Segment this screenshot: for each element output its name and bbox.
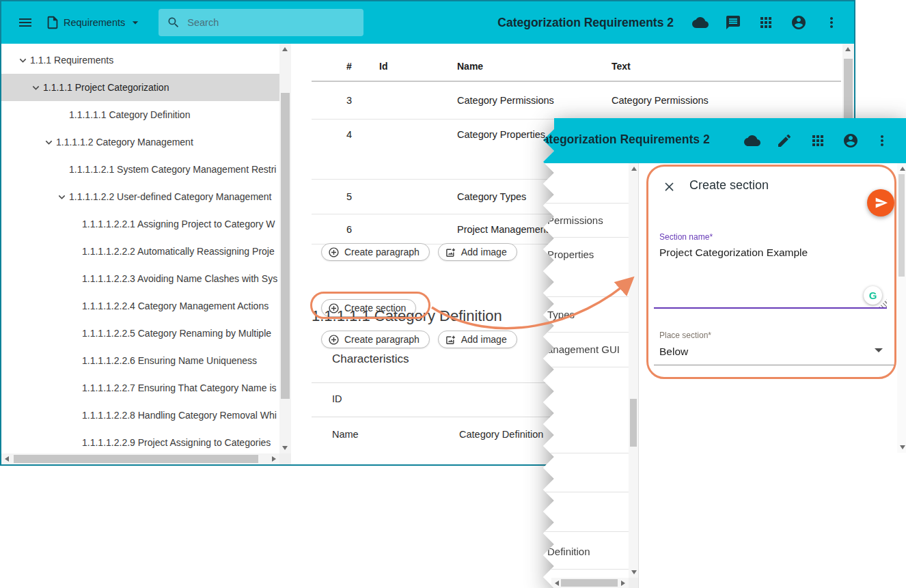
chevron-down-icon[interactable] bbox=[15, 54, 30, 67]
row-name: Category Permissions bbox=[457, 95, 554, 106]
divider bbox=[543, 531, 629, 532]
strip-vertical-scrollbar[interactable] bbox=[629, 163, 638, 578]
more-options-button[interactable] bbox=[874, 132, 890, 149]
tree-item-label: 1.1.1.1.2.2.7 Ensuring That Category Nam… bbox=[82, 382, 277, 393]
cloud-upload-button[interactable] bbox=[691, 14, 709, 31]
tree-item[interactable]: 1.1.1.1.2.2 User-defined Category Manage… bbox=[1, 183, 279, 210]
scroll-left-arrow[interactable] bbox=[555, 580, 559, 586]
tree-item-label: 1.1.1.1.2.2.9 Project Assigning to Categ… bbox=[82, 437, 271, 448]
cloud-upload-button[interactable] bbox=[744, 132, 760, 149]
scroll-down-arrow[interactable] bbox=[900, 445, 905, 449]
add-image-button[interactable]: Add image bbox=[438, 331, 517, 348]
menu-icon bbox=[17, 14, 33, 31]
add-image-button[interactable]: Add image bbox=[438, 243, 517, 261]
close-button[interactable] bbox=[662, 179, 677, 194]
scroll-right-arrow[interactable] bbox=[272, 456, 276, 462]
tree-item[interactable]: 1.1.1.1.1 Category Definition bbox=[1, 101, 279, 128]
edit-button[interactable] bbox=[776, 132, 793, 149]
tree-item[interactable]: 1.1.1.1.2 Category Management bbox=[1, 128, 279, 156]
create-paragraph-label: Create paragraph bbox=[344, 247, 420, 257]
tree-horizontal-scrollbar[interactable] bbox=[1, 453, 279, 464]
clipped-text-fragment: Properties bbox=[547, 249, 594, 260]
search-box[interactable] bbox=[159, 9, 363, 36]
row-num: 6 bbox=[346, 224, 352, 235]
create-paragraph-button[interactable]: Create paragraph bbox=[321, 331, 430, 348]
chevron-down-icon[interactable] bbox=[54, 191, 69, 204]
strip-horizontal-scrollbar[interactable] bbox=[551, 578, 629, 588]
tree-item-label: 1.1.1.1.2.2 User-defined Category Manage… bbox=[69, 191, 272, 202]
account-button[interactable] bbox=[790, 14, 808, 31]
place-section-label: Place section* bbox=[659, 331, 711, 340]
dropdown-caret-icon[interactable] bbox=[875, 348, 883, 352]
comments-button[interactable] bbox=[724, 14, 742, 31]
add-image-icon bbox=[445, 334, 456, 346]
column-header-text: Text bbox=[612, 61, 631, 72]
scrollbar-thumb[interactable] bbox=[898, 174, 905, 277]
tree-item-label: 1.1.1.1.2.2.8 Handling Category Removal … bbox=[82, 410, 277, 421]
tree-item[interactable]: 1.1.1 Requirements bbox=[1, 46, 279, 74]
scroll-down-arrow[interactable] bbox=[282, 446, 288, 450]
more-options-button[interactable] bbox=[823, 14, 840, 31]
create-paragraph-button[interactable]: Create paragraph bbox=[321, 243, 430, 261]
overlay-body: Permissions Properties Types anagement G… bbox=[543, 163, 906, 588]
search-input[interactable] bbox=[187, 17, 355, 28]
tree-item-label: 1.1.1.1.1 Category Definition bbox=[69, 109, 190, 120]
document-selector[interactable]: Requirements bbox=[45, 15, 142, 30]
page: Requirements Categorization Requirements… bbox=[0, 0, 906, 588]
column-header-name: Name bbox=[457, 61, 483, 72]
comments-icon bbox=[725, 14, 741, 31]
apps-grid-button[interactable] bbox=[757, 14, 775, 31]
divider bbox=[543, 203, 629, 204]
cloud-upload-icon bbox=[692, 14, 709, 31]
tree-item[interactable]: 1.1.1.1.2.2.7 Ensuring That Category Nam… bbox=[1, 374, 279, 402]
scrollbar-thumb[interactable] bbox=[630, 399, 637, 447]
scrollbar-thumb[interactable] bbox=[14, 455, 258, 463]
account-button[interactable] bbox=[842, 132, 859, 149]
tree-item[interactable]: 1.1.1.1.2.2.3 Avoiding Name Clashes with… bbox=[1, 265, 279, 292]
scroll-down-arrow[interactable] bbox=[631, 570, 637, 574]
tree-item[interactable]: 1.1.1.1.2.2.2 Automatically Reassigning … bbox=[1, 238, 279, 265]
characteristic-value-name: Category Definition bbox=[459, 429, 543, 440]
scroll-up-arrow[interactable] bbox=[631, 167, 637, 171]
tree-vertical-scrollbar[interactable] bbox=[279, 44, 291, 453]
dialog-vertical-scrollbar[interactable] bbox=[897, 163, 906, 453]
section-name-field[interactable]: Project Categorization Example bbox=[659, 247, 808, 259]
tree-item[interactable]: 1.1.1.1.2.1 System Category Management R… bbox=[1, 156, 279, 183]
more-vert-icon bbox=[823, 14, 840, 31]
place-section-select[interactable]: Below bbox=[659, 346, 688, 358]
scroll-left-arrow[interactable] bbox=[5, 456, 9, 462]
tree-item-label: 1.1.1.1.2.2.1 Assigning Project to Categ… bbox=[82, 219, 275, 229]
send-icon bbox=[875, 196, 888, 210]
characteristics-title: Characteristics bbox=[332, 352, 409, 366]
add-circle-icon bbox=[328, 334, 340, 346]
submit-button[interactable] bbox=[867, 189, 894, 216]
tree-item-label: 1.1.1.1.2.1 System Category Management R… bbox=[69, 164, 276, 175]
scrollbar-corner bbox=[279, 453, 291, 464]
chevron-down-icon[interactable] bbox=[41, 136, 56, 149]
tree-item-label: 1.1.1.1.2.2.5 Category Renaming by Multi… bbox=[82, 328, 271, 339]
edit-icon bbox=[776, 132, 793, 149]
scrollbar-thumb[interactable] bbox=[561, 579, 618, 587]
apps-grid-button[interactable] bbox=[810, 132, 826, 149]
tree-item-selected[interactable]: 1.1.1.1 Project Categorization bbox=[1, 74, 279, 101]
chevron-down-icon[interactable] bbox=[28, 81, 43, 94]
account-icon bbox=[791, 14, 807, 31]
column-header-num: # bbox=[346, 61, 352, 72]
menu-button[interactable] bbox=[16, 14, 34, 31]
field-underline-active bbox=[654, 307, 887, 309]
grammarly-icon[interactable]: G bbox=[864, 286, 882, 305]
apps-grid-icon bbox=[810, 132, 826, 149]
tree-item[interactable]: 1.1.1.1.2.2.5 Category Renaming by Multi… bbox=[1, 320, 279, 347]
scrollbar-thumb[interactable] bbox=[281, 93, 290, 399]
scroll-up-arrow[interactable] bbox=[900, 167, 905, 171]
scroll-up-arrow[interactable] bbox=[282, 47, 288, 51]
requirement-row[interactable]: 3 Category Permissions Category Permissi… bbox=[312, 82, 841, 120]
scroll-right-arrow[interactable] bbox=[621, 580, 625, 586]
scroll-up-arrow[interactable] bbox=[845, 47, 851, 51]
tree-item[interactable]: 1.1.1.1.2.2.4 Category Management Action… bbox=[1, 292, 279, 320]
tree-item[interactable]: 1.1.1.1.2.2.8 Handling Category Removal … bbox=[1, 402, 279, 429]
tree-item[interactable]: 1.1.1.1.2.2.6 Ensuring Name Uniqueness bbox=[1, 347, 279, 374]
tree-item[interactable]: 1.1.1.1.2.2.9 Project Assigning to Categ… bbox=[1, 429, 279, 456]
tree-item[interactable]: 1.1.1.1.2.2.1 Assigning Project to Categ… bbox=[1, 210, 279, 238]
tree-item-label: 1.1.1 Requirements bbox=[30, 55, 113, 66]
